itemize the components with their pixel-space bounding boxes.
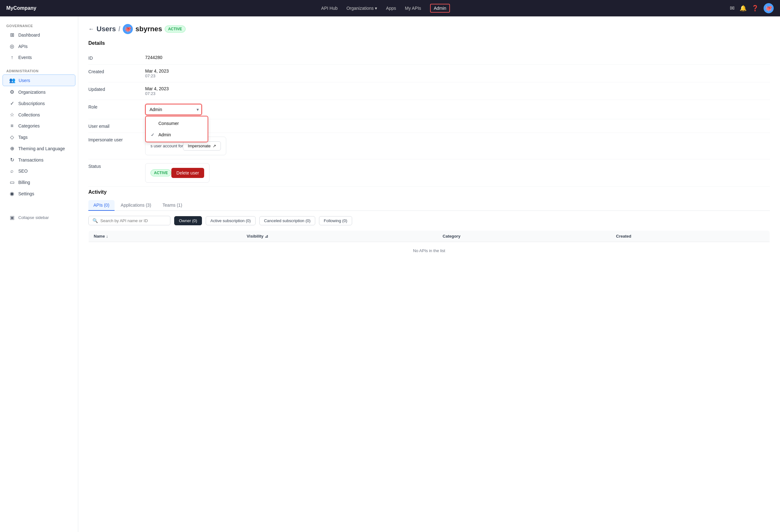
nav-organizations[interactable]: Organizations ▾	[346, 6, 377, 11]
bell-icon[interactable]: 🔔	[740, 5, 746, 12]
details-row-updated: Updated Mar 4, 2023 07:23	[88, 82, 770, 100]
nav-admin[interactable]: Admin	[430, 4, 450, 13]
table-header-row: Name ↓ Visibility ⊿ Category Created	[89, 231, 770, 242]
organizations-icon: ⚙	[9, 89, 15, 95]
activity-section: Activity APIs (0) Applications (3) Teams…	[88, 189, 770, 260]
sidebar-item-tags[interactable]: ◇ Tags	[3, 132, 76, 143]
tab-applications[interactable]: Applications (3)	[116, 200, 156, 211]
avatar[interactable]: 🐙	[764, 3, 774, 13]
sidebar-item-label: Events	[18, 55, 32, 60]
id-label: ID	[88, 55, 145, 60]
tab-teams[interactable]: Teams (1)	[157, 200, 187, 211]
sidebar-item-apis[interactable]: ◎ APIs	[3, 41, 76, 52]
status-box: ACTIVE Delete user	[145, 163, 209, 183]
impersonate-label: Impersonate user	[88, 137, 145, 142]
sidebar-item-transactions[interactable]: ↻ Transactions	[3, 154, 76, 165]
back-button[interactable]: ←	[88, 26, 94, 33]
details-row-created: Created Mar 4, 2023 07:23	[88, 65, 770, 82]
role-option-consumer-item[interactable]: Consumer	[146, 118, 208, 129]
consumer-label: Consumer	[158, 121, 179, 126]
nav-api-hub[interactable]: API Hub	[321, 6, 338, 11]
updated-label: Updated	[88, 86, 145, 92]
table-header: Name ↓ Visibility ⊿ Category Created	[89, 231, 770, 242]
sidebar-item-billing[interactable]: ▭ Billing	[3, 177, 76, 188]
col-visibility[interactable]: Visibility ⊿	[242, 231, 438, 242]
app-body: Governance ⊞ Dashboard ◎ APIs ↑ Events A…	[0, 16, 780, 532]
role-option-admin-item[interactable]: ✓ Admin	[146, 129, 208, 140]
theming-icon: ⊕	[9, 145, 15, 151]
col-name[interactable]: Name ↓	[89, 231, 242, 242]
activity-tabs: APIs (0) Applications (3) Teams (1)	[88, 200, 770, 211]
collapse-sidebar-button[interactable]: ▣ Collapse sidebar	[3, 212, 76, 223]
filter-following[interactable]: Following (0)	[319, 216, 352, 225]
sidebar-item-events[interactable]: ↑ Events	[3, 52, 76, 63]
seo-icon: ⌕	[9, 168, 15, 174]
sidebar-item-organizations[interactable]: ⚙ Organizations	[3, 87, 76, 97]
details-section: Details ID 7244280 Created Mar 4, 2023 0…	[88, 40, 770, 187]
events-icon: ↑	[9, 55, 15, 60]
nav-my-apis[interactable]: My APIs	[405, 6, 421, 11]
sidebar-item-label: Dashboard	[18, 33, 40, 38]
transactions-icon: ↻	[9, 157, 15, 163]
dashboard-icon: ⊞	[9, 32, 15, 38]
sidebar-item-settings[interactable]: ◉ Settings	[3, 188, 76, 199]
col-created: Created	[611, 231, 770, 242]
status-badge: ACTIVE	[150, 170, 171, 177]
filter-icon: ⊿	[265, 234, 268, 239]
sidebar-item-dashboard[interactable]: ⊞ Dashboard	[3, 29, 76, 40]
updated-value: Mar 4, 2023 07:23	[145, 86, 169, 96]
sidebar-item-label: Users	[18, 78, 30, 83]
created-label: Created	[88, 68, 145, 74]
top-navigation: MyCompany API Hub Organizations ▾ Apps M…	[0, 0, 780, 16]
admin-label: Admin	[158, 132, 171, 137]
collections-icon: ☆	[9, 112, 15, 118]
app-logo[interactable]: MyCompany	[6, 5, 36, 11]
billing-icon: ▭	[9, 179, 15, 185]
external-link-icon: ↗	[213, 144, 216, 148]
sidebar-item-label: Theming and Language	[18, 146, 65, 151]
sidebar-item-collections[interactable]: ☆ Collections	[3, 109, 76, 120]
sidebar-item-label: Subscriptions	[18, 101, 45, 106]
help-icon[interactable]: ❓	[751, 5, 759, 12]
nav-right-actions: ✉ 🔔 ❓ 🐙	[730, 3, 774, 13]
sidebar-item-users[interactable]: 👥 Users	[3, 75, 76, 86]
search-input[interactable]	[100, 219, 166, 223]
main-content: ← Users / 🐙 sbyrnes ACTIVE Details ID 72…	[78, 16, 780, 532]
filter-owner[interactable]: Owner (0)	[174, 216, 202, 225]
email-label: User email	[88, 123, 145, 129]
collapse-icon: ▣	[9, 214, 15, 221]
sidebar-item-seo[interactable]: ⌕ SEO	[3, 166, 76, 177]
tab-apis[interactable]: APIs (0)	[88, 200, 114, 211]
administration-section-label: Administration	[0, 66, 78, 74]
status-label: Status	[88, 163, 145, 169]
filter-active-subscription[interactable]: Active subscription (0)	[206, 216, 256, 225]
nav-apps[interactable]: Apps	[386, 6, 396, 11]
sidebar-item-label: APIs	[18, 44, 28, 49]
breadcrumb: ← Users / 🐙 sbyrnes ACTIVE	[88, 24, 770, 34]
role-value-wrapper: Consumer Admin ▾ Consumer ✓ Admi	[145, 104, 202, 115]
breadcrumb-users[interactable]: Users	[97, 25, 116, 33]
categories-icon: ≡	[9, 123, 15, 129]
delete-user-button[interactable]: Delete user	[171, 168, 204, 178]
sidebar-item-categories[interactable]: ≡ Categories	[3, 120, 76, 131]
created-value: Mar 4, 2023 07:23	[145, 68, 169, 78]
mail-icon[interactable]: ✉	[730, 5, 735, 12]
search-box[interactable]: 🔍	[88, 216, 170, 225]
id-value: 7244280	[145, 55, 162, 60]
role-select[interactable]: Consumer Admin	[145, 104, 202, 115]
sidebar-item-theming[interactable]: ⊕ Theming and Language	[3, 143, 76, 154]
filter-row: 🔍 Owner (0) Active subscription (0) Canc…	[88, 216, 770, 225]
details-heading: Details	[88, 40, 770, 46]
filter-canceled-subscription[interactable]: Canceled subscription (0)	[259, 216, 315, 225]
nav-links: API Hub Organizations ▾ Apps My APIs Adm…	[51, 4, 720, 13]
col-category: Category	[438, 231, 611, 242]
sidebar-item-subscriptions[interactable]: ✓ Subscriptions	[3, 98, 76, 109]
sidebar-item-label: Collections	[18, 112, 40, 117]
details-row-role: Role Consumer Admin ▾ Consumer	[88, 100, 770, 119]
sidebar-item-label: Tags	[18, 135, 28, 140]
user-avatar: 🐙	[123, 24, 133, 34]
no-data-message: No APIs in the list	[89, 242, 770, 260]
impersonate-button[interactable]: Impersonate ↗	[183, 141, 221, 150]
sidebar-collapse-label: Collapse sidebar	[18, 215, 49, 220]
sidebar-item-label: Settings	[18, 191, 34, 196]
